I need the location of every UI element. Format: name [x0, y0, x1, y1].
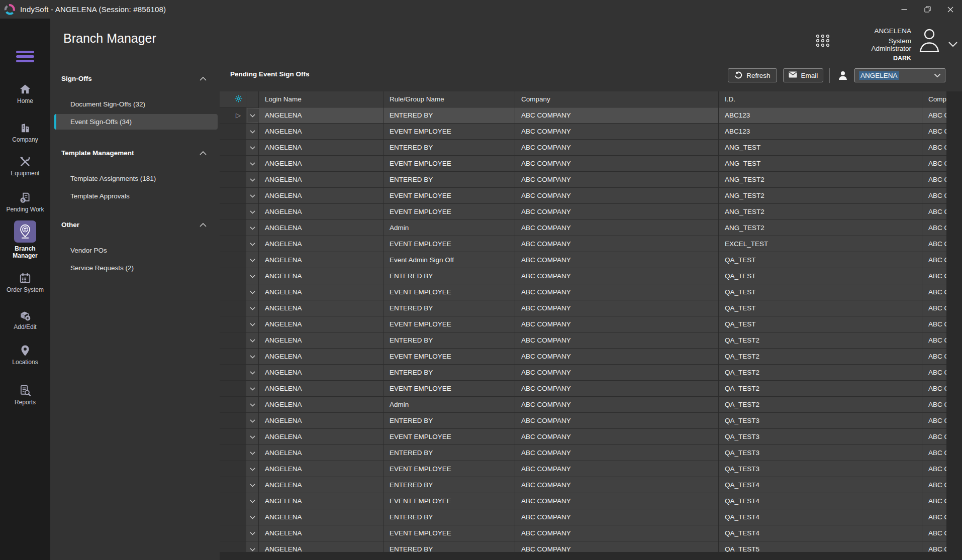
table-row[interactable]: ▷ ANGELENA EVENT EMPLOYEE ABC COMPANY QA…: [220, 349, 962, 365]
table-row[interactable]: ▷ ANGELENA ENTERED BY ABC COMPANY QA_TES…: [220, 541, 962, 552]
email-button[interactable]: Email: [783, 68, 823, 82]
row-expand-cell[interactable]: [246, 188, 259, 204]
grid-settings-cell[interactable]: [231, 91, 246, 107]
table-row[interactable]: ▷ ANGELENA Admin ABC COMPANY QA_TEST2 AB…: [220, 397, 962, 413]
sidebar-item[interactable]: Reports: [0, 384, 50, 406]
table-row[interactable]: ▷ ANGELENA ENTERED BY ABC COMPANY QA_TES…: [220, 300, 962, 316]
row-expand-cell[interactable]: [246, 140, 259, 156]
panel-item[interactable]: Template Approvals: [54, 188, 218, 204]
row-expand-cell[interactable]: [246, 284, 259, 300]
sidebar-item-icon: [0, 122, 50, 135]
table-row[interactable]: ▷ ANGELENA EVENT EMPLOYEE ABC COMPANY AN…: [220, 188, 962, 204]
horizontal-scrollbar[interactable]: [220, 552, 962, 560]
cell-id: QA_TEST2: [719, 332, 922, 349]
column-header-id[interactable]: I.D.: [719, 91, 922, 107]
table-row[interactable]: ▷ ANGELENA EVENT EMPLOYEE ABC COMPANY QA…: [220, 525, 962, 541]
user-filter-select[interactable]: ANGELENA: [854, 68, 945, 82]
row-expand-cell[interactable]: [246, 413, 259, 429]
panel-item[interactable]: Template Assignments (181): [54, 171, 218, 186]
row-expand-cell[interactable]: [246, 220, 259, 236]
table-row[interactable]: ▷ ANGELENA ENTERED BY ABC COMPANY QA_TES…: [220, 445, 962, 461]
row-expand-cell[interactable]: [246, 541, 259, 552]
table-row[interactable]: ▷ ANGELENA EVENT EMPLOYEE ABC COMPANY QA…: [220, 284, 962, 300]
hamburger-menu-icon[interactable]: [16, 51, 34, 64]
collapse-chevron-up-icon[interactable]: [200, 221, 207, 229]
table-row[interactable]: ▷ ANGELENA Event Admin Sign Off ABC COMP…: [220, 252, 962, 268]
table-row[interactable]: ▷ ANGELENA ENTERED BY ABC COMPANY QA_TES…: [220, 365, 962, 381]
avatar[interactable]: [918, 27, 941, 54]
row-expand-cell[interactable]: [246, 204, 259, 220]
table-row[interactable]: ▷ ANGELENA ENTERED BY ABC COMPANY QA_TES…: [220, 268, 962, 284]
table-row[interactable]: ▷ ANGELENA Admin ABC COMPANY ANG_TEST2 A…: [220, 220, 962, 236]
sidebar-item[interactable]: Order System: [0, 272, 50, 293]
row-expand-chevron-down-icon: [250, 128, 255, 135]
row-expand-cell[interactable]: [246, 493, 259, 509]
panel-item[interactable]: Vendor POs: [54, 243, 218, 258]
expand-column-header: [246, 91, 259, 107]
row-expand-cell[interactable]: [246, 461, 259, 477]
section-header-template-management[interactable]: Template Management: [50, 148, 220, 157]
user-menu-chevron-down-icon[interactable]: [948, 40, 958, 49]
table-row[interactable]: ▷ ANGELENA ENTERED BY ABC COMPANY QA_TES…: [220, 413, 962, 429]
table-row[interactable]: ▷ ANGELENA ENTERED BY ABC COMPANY QA_TES…: [220, 509, 962, 525]
row-expand-cell[interactable]: [246, 477, 259, 493]
sidebar-item[interactable]: Add/Edit: [0, 309, 50, 330]
row-expand-cell[interactable]: [246, 156, 259, 172]
row-expand-cell[interactable]: [246, 268, 259, 284]
row-expand-cell[interactable]: [246, 236, 259, 252]
table-row[interactable]: ▷ ANGELENA EVENT EMPLOYEE ABC COMPANY QA…: [220, 429, 962, 445]
panel-item[interactable]: Document Sign-Offs (32): [54, 96, 218, 112]
apps-grid-icon[interactable]: [815, 33, 830, 50]
table-row[interactable]: ▷ ANGELENA EVENT EMPLOYEE ABC COMPANY EX…: [220, 236, 962, 252]
table-row[interactable]: ▷ ANGELENA ENTERED BY ABC COMPANY QA_TES…: [220, 332, 962, 349]
row-expand-cell[interactable]: [246, 445, 259, 461]
sidebar-item[interactable]: $ Pending Work: [0, 191, 50, 213]
collapse-chevron-up-icon[interactable]: [200, 149, 207, 157]
row-expand-cell[interactable]: [246, 397, 259, 413]
row-expand-cell[interactable]: [246, 172, 259, 188]
close-button[interactable]: [939, 0, 962, 19]
vertical-scrollbar[interactable]: [946, 91, 962, 552]
table-row[interactable]: ▷ ANGELENA EVENT EMPLOYEE ABC COMPANY AN…: [220, 156, 962, 172]
table-row[interactable]: ▷ ANGELENA EVENT EMPLOYEE ABC COMPANY QA…: [220, 461, 962, 477]
cell-login-name: ANGELENA: [259, 525, 383, 541]
row-expand-cell[interactable]: [246, 107, 259, 124]
panel-item[interactable]: Service Requests (2): [54, 260, 218, 276]
restore-button[interactable]: [916, 0, 939, 19]
row-expand-cell[interactable]: [246, 300, 259, 316]
table-row[interactable]: ▷ ANGELENA ENTERED BY ABC COMPANY ANG_TE…: [220, 140, 962, 156]
row-expand-cell[interactable]: [246, 124, 259, 140]
sidebar-item[interactable]: Locations: [0, 344, 50, 366]
table-row[interactable]: ▷ ANGELENA EVENT EMPLOYEE ABC COMPANY AN…: [220, 204, 962, 220]
panel-item[interactable]: Event Sign-Offs (34): [54, 114, 218, 130]
collapse-chevron-up-icon[interactable]: [200, 75, 207, 82]
section-header-other[interactable]: Other: [50, 220, 220, 229]
sidebar-item[interactable]: Equipment: [0, 155, 50, 177]
table-row[interactable]: ▷ ANGELENA EVENT EMPLOYEE ABC COMPANY QA…: [220, 381, 962, 397]
minimize-button[interactable]: [893, 0, 916, 19]
row-expand-cell[interactable]: [246, 252, 259, 268]
sidebar-item[interactable]: Home: [0, 83, 50, 104]
row-expand-cell[interactable]: [246, 509, 259, 525]
section-header-sign-offs[interactable]: Sign-Offs: [50, 74, 220, 83]
table-row[interactable]: ▷ ANGELENA ENTERED BY ABC COMPANY QA_TES…: [220, 477, 962, 493]
column-header-company[interactable]: Company: [515, 91, 719, 107]
row-expand-cell[interactable]: [246, 332, 259, 349]
table-row[interactable]: ▷ ANGELENA EVENT EMPLOYEE ABC COMPANY QA…: [220, 493, 962, 509]
row-expand-cell[interactable]: [246, 381, 259, 397]
column-header-login-name[interactable]: Login Name: [259, 91, 383, 107]
cell-company: ABC COMPANY: [515, 349, 719, 365]
table-row[interactable]: ▷ ANGELENA ENTERED BY ABC COMPANY ABC123…: [220, 107, 962, 124]
table-row[interactable]: ▷ ANGELENA EVENT EMPLOYEE ABC COMPANY QA…: [220, 316, 962, 332]
row-expand-cell[interactable]: [246, 429, 259, 445]
table-row[interactable]: ▷ ANGELENA EVENT EMPLOYEE ABC COMPANY AB…: [220, 124, 962, 140]
sidebar-item[interactable]: Branch Manager: [0, 220, 50, 260]
refresh-button[interactable]: Refresh: [728, 68, 777, 82]
row-expand-cell[interactable]: [246, 365, 259, 381]
row-expand-cell[interactable]: [246, 525, 259, 541]
sidebar-item[interactable]: Company: [0, 122, 50, 143]
row-expand-cell[interactable]: [246, 349, 259, 365]
row-expand-cell[interactable]: [246, 316, 259, 332]
column-header-rule-group-name[interactable]: Rule/Group Name: [383, 91, 515, 107]
table-row[interactable]: ▷ ANGELENA ENTERED BY ABC COMPANY ANG_TE…: [220, 172, 962, 188]
